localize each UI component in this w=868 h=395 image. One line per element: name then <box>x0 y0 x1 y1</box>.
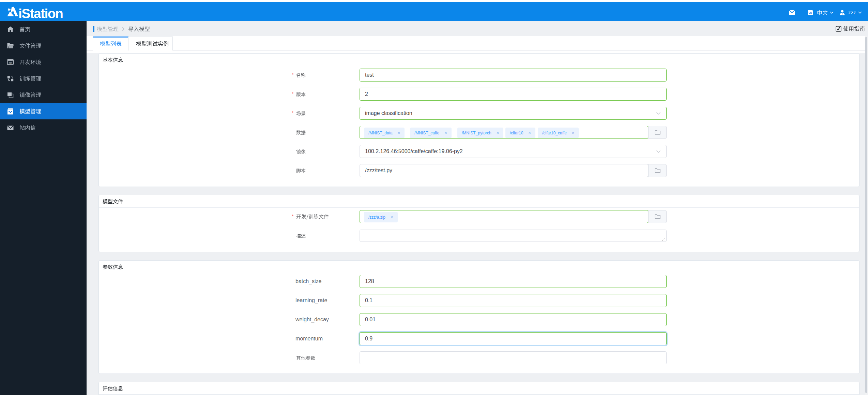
svg-text:CN: CN <box>808 12 812 14</box>
svg-text:</>: </> <box>9 61 12 64</box>
